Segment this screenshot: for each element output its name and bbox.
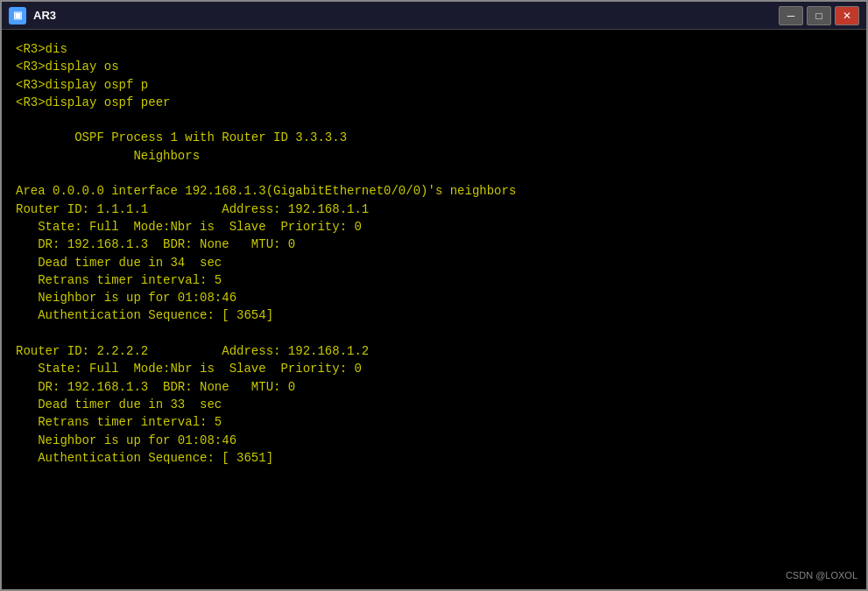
minimize-button[interactable]: ─ bbox=[779, 6, 803, 25]
title-left: ▣ AR3 bbox=[9, 7, 56, 25]
main-window: ▣ AR3 ─ □ ✕ <R3>dis <R3>display os <R3>d… bbox=[0, 0, 868, 591]
watermark: CSDN @LOXOL bbox=[786, 569, 857, 582]
close-button[interactable]: ✕ bbox=[835, 6, 859, 25]
app-icon: ▣ bbox=[9, 7, 26, 25]
terminal-area[interactable]: <R3>dis <R3>display os <R3>display ospf … bbox=[2, 30, 866, 589]
terminal-output: <R3>dis <R3>display os <R3>display ospf … bbox=[16, 40, 852, 467]
window-title: AR3 bbox=[33, 9, 56, 22]
window-controls: ─ □ ✕ bbox=[779, 6, 859, 25]
title-bar: ▣ AR3 ─ □ ✕ bbox=[2, 2, 866, 30]
maximize-button[interactable]: □ bbox=[807, 6, 831, 25]
